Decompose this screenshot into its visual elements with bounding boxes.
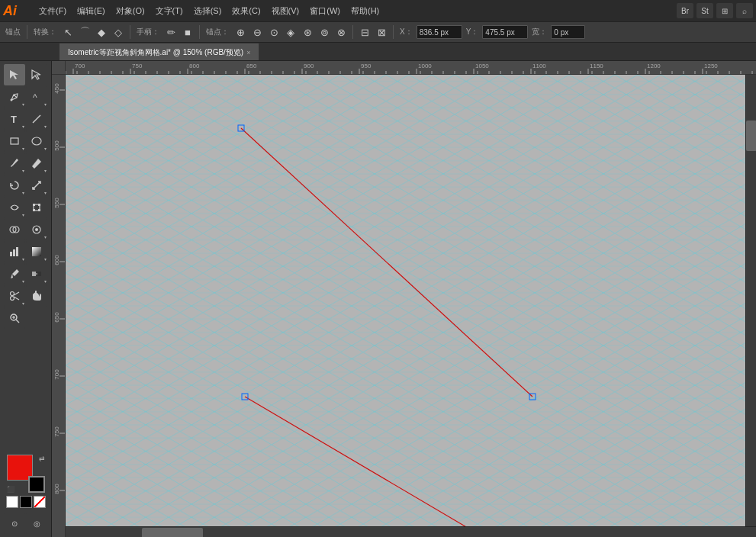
opacity-icon[interactable]: ◎	[26, 513, 47, 534]
handle-label: 手柄：	[137, 27, 159, 37]
anchor-icon4[interactable]: ◈	[283, 24, 298, 40]
bridge-icon[interactable]: Br	[677, 3, 693, 18]
tab-close-button[interactable]: ×	[246, 49, 250, 56]
ruler-corner	[52, 61, 66, 75]
main-layout: ▾ ^ ▾ T ▾ ▾ ▾ ▾	[0, 61, 756, 537]
anchor-icon1[interactable]: ⊕	[233, 24, 248, 40]
workspace-icon[interactable]: ⊞	[716, 3, 733, 18]
menu-type[interactable]: 文字(T)	[150, 4, 188, 18]
pen-tool[interactable]: ▾	[4, 86, 25, 108]
scrollbar-vertical[interactable]	[745, 75, 756, 526]
select-tool[interactable]	[4, 64, 25, 85]
stroke-color-box[interactable]	[28, 476, 45, 493]
none-swatch[interactable]	[34, 496, 46, 508]
rect-tool[interactable]: ▾	[4, 130, 25, 152]
scissors-tool[interactable]: ▾	[4, 285, 25, 307]
separator-1	[27, 25, 27, 39]
svg-rect-17	[16, 247, 18, 256]
menu-view[interactable]: 视图(V)	[266, 4, 305, 18]
search-icon[interactable]: ⌕	[736, 3, 753, 18]
tool-row-1	[4, 64, 47, 85]
anchor-icon7[interactable]: ⊗	[333, 24, 349, 40]
type-tool[interactable]: T ▾	[4, 108, 25, 130]
toolbar: 锚点 转换： ↖ ⌒ ◆ ◇ 手柄： ✏ ■ 锚点： ⊕ ⊖ ⊙ ◈ ⊛ ⊚ ⊗…	[0, 21, 756, 43]
convert-sym-icon[interactable]: ◆	[94, 24, 109, 40]
bar-chart-tool[interactable]: ▾	[4, 241, 25, 262]
menu-file[interactable]: 文件(F)	[34, 4, 72, 18]
line-tool[interactable]: ▾	[26, 108, 47, 130]
stock-icon[interactable]: St	[696, 3, 713, 18]
anchor-icon5[interactable]: ⊛	[300, 24, 315, 40]
svg-line-27	[16, 320, 19, 323]
ellipse-tool[interactable]: ▾	[26, 130, 47, 152]
scale-tool[interactable]: ▾	[26, 175, 47, 196]
direct-select-tool[interactable]	[26, 64, 47, 85]
svg-rect-7	[33, 204, 35, 206]
black-swatch[interactable]	[20, 496, 32, 508]
anchor-icon3[interactable]: ⊙	[266, 24, 281, 40]
eyedropper-tool[interactable]: ▾	[4, 263, 25, 285]
svg-point-23	[11, 297, 14, 301]
appearance-icon[interactable]: ⊙	[4, 513, 25, 534]
anchor-icon6[interactable]: ⊚	[317, 24, 332, 40]
blend-tool[interactable]: ▾	[26, 263, 47, 285]
y-input-group: Y：	[464, 25, 529, 39]
svg-line-3	[33, 115, 40, 123]
hand-tool[interactable]	[26, 285, 47, 307]
svg-rect-9	[33, 209, 35, 211]
pencil-tool[interactable]: ▾	[26, 153, 47, 174]
document-tab[interactable]: Isometric等距视角斜角网格.ai* @ 150% (RGB/预览) ×	[60, 43, 259, 60]
convert-smooth-icon[interactable]: ⌒	[77, 24, 92, 40]
tool-row-6: ▾ ▾	[4, 175, 47, 196]
menu-effect[interactable]: 效果(C)	[227, 4, 265, 18]
align-icon1[interactable]: ⊟	[357, 24, 372, 40]
align-icon2[interactable]: ⊠	[374, 24, 389, 40]
menu-edit[interactable]: 编辑(E)	[72, 4, 111, 18]
svg-rect-10	[38, 209, 40, 211]
separator-5	[393, 25, 394, 39]
svg-rect-37	[66, 75, 756, 537]
symbol-tool[interactable]: ▾	[26, 219, 47, 240]
swap-colors-icon[interactable]: ⇄	[39, 455, 45, 462]
white-swatch[interactable]	[6, 496, 18, 508]
warp-tool[interactable]: ▾	[4, 197, 25, 218]
default-colors-icon[interactable]: ⬛	[7, 486, 14, 493]
brush-tool[interactable]: ▾	[4, 153, 25, 174]
gradient-tool[interactable]: ▾	[26, 241, 47, 262]
shape-builder-tool[interactable]	[4, 219, 25, 240]
anchor-point-tool[interactable]: ^ ▾	[26, 86, 47, 108]
handle-icon2[interactable]: ■	[180, 24, 195, 40]
svg-point-22	[11, 292, 14, 296]
y-input[interactable]	[482, 25, 528, 39]
zoom-tool[interactable]	[4, 307, 25, 329]
handle-icon1[interactable]: ✏	[163, 24, 179, 40]
rotate-tool[interactable]: ▾	[4, 175, 25, 196]
svg-rect-19	[32, 272, 36, 276]
anchor-icon2[interactable]: ⊖	[249, 24, 265, 40]
y-label: Y：	[466, 27, 479, 37]
width-input[interactable]	[551, 25, 585, 39]
color-area: ⇄ ⬛ ⊙ ◎	[0, 455, 51, 537]
svg-point-14	[35, 228, 38, 231]
separator-3	[199, 25, 200, 39]
svg-point-0	[11, 99, 13, 101]
menu-select[interactable]: 选择(S)	[188, 4, 227, 18]
drawing-canvas[interactable]	[66, 75, 756, 537]
tool-row-12	[4, 307, 47, 329]
menu-window[interactable]: 窗口(W)	[304, 4, 346, 18]
separator-2	[130, 25, 130, 39]
width-input-group: 宽：	[529, 25, 585, 39]
isometric-grid	[66, 75, 756, 537]
convert-corner-icon[interactable]: ↖	[60, 24, 76, 40]
x-input[interactable]	[417, 25, 462, 39]
menu-help[interactable]: 帮助(H)	[346, 4, 384, 18]
menu-object[interactable]: 对象(O)	[111, 4, 150, 18]
tool-row-2: ▾ ^ ▾	[4, 86, 47, 108]
svg-rect-8	[38, 204, 40, 206]
convert-asym-icon[interactable]: ◇	[111, 24, 126, 40]
scrollbar-horizontal[interactable]	[66, 526, 756, 537]
menu-bar: Ai 文件(F) 编辑(E) 对象(O) 文字(T) 选择(S) 效果(C) 视…	[0, 0, 756, 21]
svg-point-5	[32, 137, 41, 145]
free-transform-tool[interactable]	[26, 197, 47, 218]
x-label: X：	[400, 27, 413, 37]
